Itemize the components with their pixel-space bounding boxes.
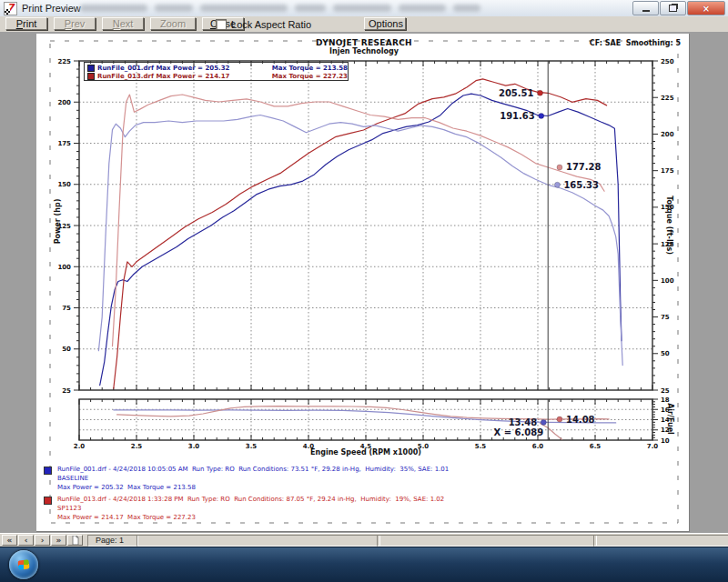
preview-area: 2252001751501251007550252502252001751501…	[0, 32, 728, 533]
statusbar-panel-4	[593, 535, 728, 547]
left-tick-label: 225	[57, 58, 71, 65]
close-window-button[interactable]: ×	[687, 1, 725, 15]
cursor-value-dot	[557, 165, 562, 170]
close-icon: ×	[703, 4, 710, 14]
legend-row-baseline: RunFile_001.drf Max Power = 205.32 Max T…	[87, 64, 348, 72]
checkered-flag-icon	[5, 9, 10, 15]
taskbar: e 7	[0, 547, 728, 582]
page-indicator: Page: 1	[87, 535, 138, 547]
smoothing-setting: CF: SAE Smoothing: 5	[590, 39, 681, 47]
run-note-baseline-conditions: RunFile_001.drf - 4/24/2018 10:05:05 AM …	[57, 465, 449, 474]
minimize-icon	[642, 10, 650, 12]
run-note-sp1123-maxvalues: Max Power = 214.17 Max Torque = 227.23	[57, 513, 444, 522]
x-tick-label: 7.0	[647, 443, 659, 450]
left-tick-label: 200	[57, 99, 71, 106]
restore-icon	[669, 5, 677, 12]
print-preview-toolbar: Print Prev Next Zoom Out Close Lock Aspe…	[0, 16, 728, 33]
lock-aspect-ratio-checkbox[interactable]	[216, 19, 227, 30]
dyno-chart: 2252001751501251007550252502252001751501…	[0, 32, 728, 533]
statusbar: « ‹ › » Page: 1	[0, 533, 728, 547]
legend-torque-baseline: Max Torque = 213.58	[272, 65, 348, 72]
prev-button[interactable]: Prev	[54, 17, 96, 30]
baseline-torque-curve	[98, 115, 622, 366]
legend-file-baseline: RunFile_001.drf	[97, 65, 154, 72]
report-company-name: DYNOJET RESEARCH	[273, 38, 455, 47]
run-note-baseline-maxvalues: Max Power = 205.32 Max Torque = 213.58	[57, 483, 449, 492]
statusbar-panel-3	[377, 535, 597, 547]
engine-speed-axis-label: Engine Speed (RPM x1000)	[275, 448, 457, 457]
cursor-value-label: 13.48	[509, 417, 538, 427]
run-note-baseline-label: BASELINE	[57, 474, 449, 483]
cursor-value-dot	[538, 90, 543, 95]
legend-file-sp1123: RunFile_013.drf	[97, 73, 154, 80]
desktop-screen: 7 Print Preview × Print Prev Next Zoom O…	[0, 0, 728, 582]
cursor-value-dot	[554, 182, 560, 187]
windows-flag-icon	[18, 559, 30, 569]
zoom-out-button[interactable]: Zoom Out	[150, 17, 196, 30]
right-tick-label: 225	[661, 95, 674, 102]
x-tick-label: 3.0	[188, 443, 200, 450]
right-tick-label: 200	[661, 131, 674, 138]
left-tick-label: 50	[62, 346, 71, 353]
left-tick-label: 175	[57, 140, 71, 147]
legend-row-sp1123: RunFile_013.drf Max Power = 214.17 Max T…	[87, 72, 348, 80]
legend-torque-sp1123: Max Torque = 227.23	[272, 73, 348, 80]
start-button[interactable]	[9, 550, 38, 579]
lock-aspect-ratio-label: Lock Aspect Ratio	[231, 19, 311, 30]
x-tick-label: 6.5	[590, 443, 602, 450]
page-setup-button[interactable]	[67, 535, 83, 546]
cursor-x-label: X = 6.089	[494, 427, 544, 437]
x-tick-label: 5.5	[475, 443, 487, 450]
legend-swatch-baseline-icon	[87, 65, 95, 72]
run-note-sp1123-conditions: RunFile_013.drf - 4/24/2018 1:33:28 PM R…	[57, 495, 444, 504]
restore-button[interactable]	[660, 1, 686, 15]
legend-power-baseline: Max Power = 205.32	[156, 65, 229, 72]
legend-swatch-sp1123-icon	[87, 73, 95, 80]
right-tick-label: 75	[661, 314, 670, 321]
run-note-sp1123: RunFile_013.drf - 4/24/2018 1:33:28 PM R…	[44, 495, 444, 522]
window-controls: ×	[632, 1, 725, 15]
cursor-value-label: 205.51	[499, 88, 534, 98]
minimize-button[interactable]	[632, 1, 659, 15]
window-titlebar: 7 Print Preview ×	[0, 0, 728, 17]
power-axis-label: Power (hp)	[54, 154, 62, 290]
prev-page-button[interactable]: ‹	[18, 535, 34, 546]
x-tick-label: 2.5	[131, 443, 143, 450]
x-tick-label: 6.0	[532, 443, 544, 450]
cursor-value-dot	[541, 419, 546, 425]
last-page-button[interactable]: »	[51, 535, 66, 546]
options-button[interactable]: Options	[364, 17, 406, 30]
sp1123-torque-curve	[113, 95, 605, 346]
run-swatch-baseline-icon	[44, 467, 52, 475]
document-icon	[72, 536, 79, 545]
statusbar-panel-2	[136, 535, 380, 547]
app-logo-icon: 7	[4, 2, 17, 15]
cursor-value-label: 165.33	[563, 180, 599, 190]
torque-axis-label: Torque (ft-lbs)	[665, 157, 673, 294]
next-button[interactable]: Next	[102, 17, 144, 30]
cursor-value-label: 177.28	[566, 162, 602, 172]
print-button[interactable]: Print	[5, 17, 47, 30]
cursor-value-dot	[557, 416, 562, 422]
right-tick-label: 50	[661, 350, 670, 357]
cursor-value-label: 14.08	[566, 415, 595, 425]
left-tick-label: 25	[62, 387, 71, 395]
legend-power-sp1123: Max Power = 214.17	[156, 73, 229, 80]
run-note-baseline: RunFile_001.drf - 4/24/2018 10:05:05 AM …	[44, 465, 449, 492]
run-swatch-sp1123-icon	[44, 497, 52, 505]
next-page-button[interactable]: ›	[35, 535, 50, 546]
left-tick-label: 75	[62, 305, 71, 312]
window-title: Print Preview	[22, 3, 81, 14]
first-page-button[interactable]: «	[2, 535, 17, 546]
baseline-afr-curve	[114, 410, 616, 423]
report-shop-name: Injen Technology	[273, 47, 455, 55]
cursor-value-dot	[539, 113, 544, 118]
right-tick-label: 250	[661, 58, 674, 65]
x-tick-label: 3.5	[246, 443, 258, 450]
cursor-value-label: 191.63	[500, 111, 535, 121]
run-note-sp1123-label: SP1123	[57, 504, 444, 513]
baseline-power-curve	[100, 94, 622, 385]
airfuel-axis-label: Air/Fuel	[666, 392, 674, 447]
chart-legend: RunFile_001.drf Max Power = 205.32 Max T…	[84, 62, 349, 81]
x-tick-label: 2.0	[74, 443, 86, 450]
